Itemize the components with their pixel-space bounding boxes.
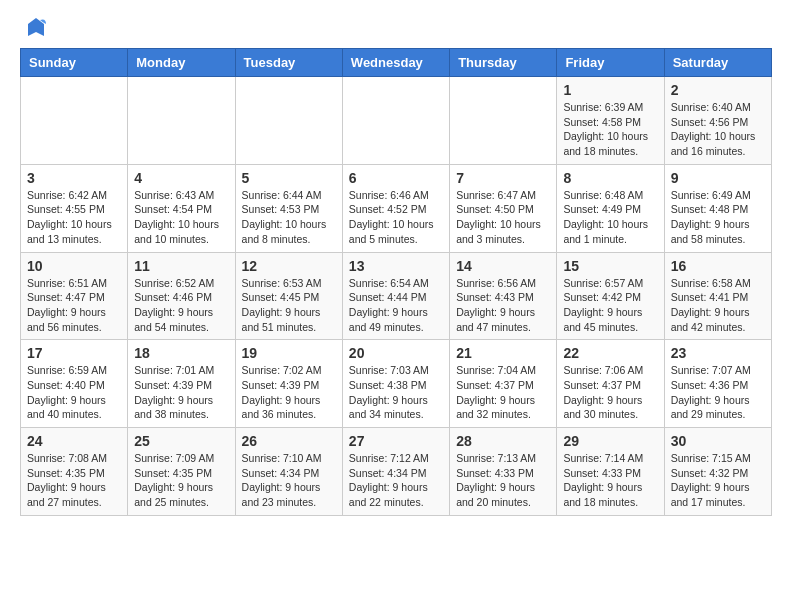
calendar-week-row: 24Sunrise: 7:08 AM Sunset: 4:35 PM Dayli… (21, 428, 772, 516)
day-number: 19 (242, 345, 336, 361)
day-number: 22 (563, 345, 657, 361)
col-header-friday: Friday (557, 49, 664, 77)
day-number: 11 (134, 258, 228, 274)
day-number: 23 (671, 345, 765, 361)
calendar-week-row: 1Sunrise: 6:39 AM Sunset: 4:58 PM Daylig… (21, 77, 772, 165)
calendar-cell (342, 77, 449, 165)
calendar-cell: 14Sunrise: 6:56 AM Sunset: 4:43 PM Dayli… (450, 252, 557, 340)
calendar-cell: 5Sunrise: 6:44 AM Sunset: 4:53 PM Daylig… (235, 164, 342, 252)
day-info: Sunrise: 6:51 AM Sunset: 4:47 PM Dayligh… (27, 276, 121, 335)
day-info: Sunrise: 6:46 AM Sunset: 4:52 PM Dayligh… (349, 188, 443, 247)
calendar-cell: 24Sunrise: 7:08 AM Sunset: 4:35 PM Dayli… (21, 428, 128, 516)
day-number: 1 (563, 82, 657, 98)
calendar-cell: 13Sunrise: 6:54 AM Sunset: 4:44 PM Dayli… (342, 252, 449, 340)
calendar-week-row: 10Sunrise: 6:51 AM Sunset: 4:47 PM Dayli… (21, 252, 772, 340)
calendar-cell: 28Sunrise: 7:13 AM Sunset: 4:33 PM Dayli… (450, 428, 557, 516)
calendar-cell: 11Sunrise: 6:52 AM Sunset: 4:46 PM Dayli… (128, 252, 235, 340)
col-header-monday: Monday (128, 49, 235, 77)
calendar-cell: 18Sunrise: 7:01 AM Sunset: 4:39 PM Dayli… (128, 340, 235, 428)
calendar-cell: 29Sunrise: 7:14 AM Sunset: 4:33 PM Dayli… (557, 428, 664, 516)
day-info: Sunrise: 6:42 AM Sunset: 4:55 PM Dayligh… (27, 188, 121, 247)
calendar-cell: 17Sunrise: 6:59 AM Sunset: 4:40 PM Dayli… (21, 340, 128, 428)
calendar-cell: 27Sunrise: 7:12 AM Sunset: 4:34 PM Dayli… (342, 428, 449, 516)
day-number: 6 (349, 170, 443, 186)
day-info: Sunrise: 7:13 AM Sunset: 4:33 PM Dayligh… (456, 451, 550, 510)
day-info: Sunrise: 6:57 AM Sunset: 4:42 PM Dayligh… (563, 276, 657, 335)
calendar-table: SundayMondayTuesdayWednesdayThursdayFrid… (20, 48, 772, 516)
day-info: Sunrise: 6:58 AM Sunset: 4:41 PM Dayligh… (671, 276, 765, 335)
day-number: 26 (242, 433, 336, 449)
calendar-cell (128, 77, 235, 165)
day-info: Sunrise: 6:53 AM Sunset: 4:45 PM Dayligh… (242, 276, 336, 335)
logo-icon (24, 16, 48, 40)
day-info: Sunrise: 6:54 AM Sunset: 4:44 PM Dayligh… (349, 276, 443, 335)
calendar-cell: 2Sunrise: 6:40 AM Sunset: 4:56 PM Daylig… (664, 77, 771, 165)
day-number: 8 (563, 170, 657, 186)
calendar-cell: 20Sunrise: 7:03 AM Sunset: 4:38 PM Dayli… (342, 340, 449, 428)
calendar-cell: 15Sunrise: 6:57 AM Sunset: 4:42 PM Dayli… (557, 252, 664, 340)
calendar-cell: 26Sunrise: 7:10 AM Sunset: 4:34 PM Dayli… (235, 428, 342, 516)
day-number: 14 (456, 258, 550, 274)
logo (20, 16, 48, 40)
day-info: Sunrise: 7:06 AM Sunset: 4:37 PM Dayligh… (563, 363, 657, 422)
day-info: Sunrise: 7:02 AM Sunset: 4:39 PM Dayligh… (242, 363, 336, 422)
day-number: 15 (563, 258, 657, 274)
day-number: 21 (456, 345, 550, 361)
day-info: Sunrise: 7:09 AM Sunset: 4:35 PM Dayligh… (134, 451, 228, 510)
day-info: Sunrise: 6:44 AM Sunset: 4:53 PM Dayligh… (242, 188, 336, 247)
day-number: 2 (671, 82, 765, 98)
day-info: Sunrise: 7:01 AM Sunset: 4:39 PM Dayligh… (134, 363, 228, 422)
day-info: Sunrise: 7:04 AM Sunset: 4:37 PM Dayligh… (456, 363, 550, 422)
day-number: 10 (27, 258, 121, 274)
calendar-cell (21, 77, 128, 165)
day-number: 9 (671, 170, 765, 186)
day-number: 3 (27, 170, 121, 186)
calendar-week-row: 3Sunrise: 6:42 AM Sunset: 4:55 PM Daylig… (21, 164, 772, 252)
day-info: Sunrise: 7:10 AM Sunset: 4:34 PM Dayligh… (242, 451, 336, 510)
day-number: 20 (349, 345, 443, 361)
day-number: 28 (456, 433, 550, 449)
calendar-cell: 22Sunrise: 7:06 AM Sunset: 4:37 PM Dayli… (557, 340, 664, 428)
col-header-saturday: Saturday (664, 49, 771, 77)
day-info: Sunrise: 6:39 AM Sunset: 4:58 PM Dayligh… (563, 100, 657, 159)
calendar-cell (235, 77, 342, 165)
calendar-cell: 8Sunrise: 6:48 AM Sunset: 4:49 PM Daylig… (557, 164, 664, 252)
calendar-cell: 1Sunrise: 6:39 AM Sunset: 4:58 PM Daylig… (557, 77, 664, 165)
calendar-week-row: 17Sunrise: 6:59 AM Sunset: 4:40 PM Dayli… (21, 340, 772, 428)
calendar-header-row: SundayMondayTuesdayWednesdayThursdayFrid… (21, 49, 772, 77)
day-number: 13 (349, 258, 443, 274)
calendar-cell: 12Sunrise: 6:53 AM Sunset: 4:45 PM Dayli… (235, 252, 342, 340)
col-header-tuesday: Tuesday (235, 49, 342, 77)
day-number: 27 (349, 433, 443, 449)
day-info: Sunrise: 7:03 AM Sunset: 4:38 PM Dayligh… (349, 363, 443, 422)
day-number: 4 (134, 170, 228, 186)
calendar-cell: 4Sunrise: 6:43 AM Sunset: 4:54 PM Daylig… (128, 164, 235, 252)
day-number: 30 (671, 433, 765, 449)
calendar-cell: 25Sunrise: 7:09 AM Sunset: 4:35 PM Dayli… (128, 428, 235, 516)
day-info: Sunrise: 6:48 AM Sunset: 4:49 PM Dayligh… (563, 188, 657, 247)
day-info: Sunrise: 6:49 AM Sunset: 4:48 PM Dayligh… (671, 188, 765, 247)
day-info: Sunrise: 6:52 AM Sunset: 4:46 PM Dayligh… (134, 276, 228, 335)
calendar-cell: 6Sunrise: 6:46 AM Sunset: 4:52 PM Daylig… (342, 164, 449, 252)
col-header-wednesday: Wednesday (342, 49, 449, 77)
day-info: Sunrise: 7:07 AM Sunset: 4:36 PM Dayligh… (671, 363, 765, 422)
day-info: Sunrise: 6:47 AM Sunset: 4:50 PM Dayligh… (456, 188, 550, 247)
col-header-thursday: Thursday (450, 49, 557, 77)
calendar-cell: 3Sunrise: 6:42 AM Sunset: 4:55 PM Daylig… (21, 164, 128, 252)
calendar-cell (450, 77, 557, 165)
day-number: 24 (27, 433, 121, 449)
day-number: 5 (242, 170, 336, 186)
col-header-sunday: Sunday (21, 49, 128, 77)
day-info: Sunrise: 7:08 AM Sunset: 4:35 PM Dayligh… (27, 451, 121, 510)
calendar-cell: 9Sunrise: 6:49 AM Sunset: 4:48 PM Daylig… (664, 164, 771, 252)
calendar-cell: 10Sunrise: 6:51 AM Sunset: 4:47 PM Dayli… (21, 252, 128, 340)
day-number: 25 (134, 433, 228, 449)
day-info: Sunrise: 7:14 AM Sunset: 4:33 PM Dayligh… (563, 451, 657, 510)
day-info: Sunrise: 7:15 AM Sunset: 4:32 PM Dayligh… (671, 451, 765, 510)
calendar-cell: 21Sunrise: 7:04 AM Sunset: 4:37 PM Dayli… (450, 340, 557, 428)
day-info: Sunrise: 6:40 AM Sunset: 4:56 PM Dayligh… (671, 100, 765, 159)
calendar-cell: 19Sunrise: 7:02 AM Sunset: 4:39 PM Dayli… (235, 340, 342, 428)
day-info: Sunrise: 6:43 AM Sunset: 4:54 PM Dayligh… (134, 188, 228, 247)
calendar-cell: 30Sunrise: 7:15 AM Sunset: 4:32 PM Dayli… (664, 428, 771, 516)
calendar-cell: 16Sunrise: 6:58 AM Sunset: 4:41 PM Dayli… (664, 252, 771, 340)
